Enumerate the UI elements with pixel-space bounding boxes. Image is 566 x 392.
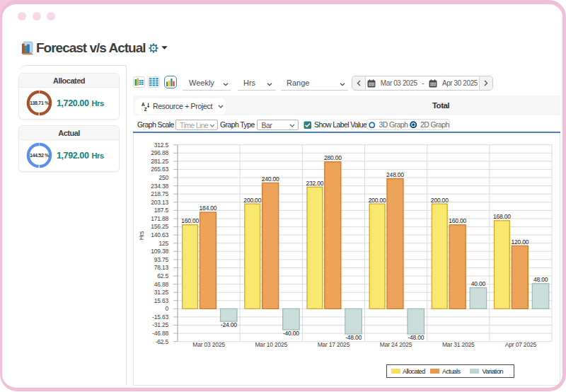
svg-text:Mar 31 2025: Mar 31 2025 xyxy=(442,341,475,348)
svg-text:-48.00: -48.00 xyxy=(345,334,362,341)
svg-text:-48.00: -48.00 xyxy=(408,334,424,341)
svg-text:218.75: 218.75 xyxy=(151,190,168,197)
svg-text:240.00: 240.00 xyxy=(262,175,279,183)
svg-text:15.63: 15.63 xyxy=(154,297,169,304)
svg-text:160.00: 160.00 xyxy=(449,217,466,224)
svg-text:120.00: 120.00 xyxy=(511,238,529,246)
svg-text:40.00: 40.00 xyxy=(471,280,486,287)
svg-text:62.5: 62.5 xyxy=(157,272,168,279)
svg-text:-62.5: -62.5 xyxy=(156,338,169,345)
svg-text:171.88: 171.88 xyxy=(151,215,168,222)
svg-text:296.88: 296.88 xyxy=(151,149,168,156)
svg-text:93.75: 93.75 xyxy=(154,256,169,263)
svg-text:Apr 07 2025: Apr 07 2025 xyxy=(505,341,537,348)
svg-text:234.38: 234.38 xyxy=(151,183,168,190)
svg-text:200.00: 200.00 xyxy=(369,197,386,204)
svg-text:0: 0 xyxy=(165,305,168,312)
svg-text:265.63: 265.63 xyxy=(151,166,168,173)
svg-text:281.25: 281.25 xyxy=(151,158,168,165)
svg-text:Mar 24 2025: Mar 24 2025 xyxy=(380,341,412,348)
svg-text:31.25: 31.25 xyxy=(154,289,169,296)
svg-text:Mar 10 2025: Mar 10 2025 xyxy=(255,341,287,348)
svg-text:168.00: 168.00 xyxy=(493,213,511,220)
svg-text:-15.63: -15.63 xyxy=(152,313,168,321)
svg-text:312.5: 312.5 xyxy=(154,142,169,149)
svg-text:Mar 03 2025: Mar 03 2025 xyxy=(192,341,225,348)
svg-text:200.00: 200.00 xyxy=(243,197,261,204)
svg-text:48.00: 48.00 xyxy=(533,276,548,283)
svg-text:200.00: 200.00 xyxy=(431,197,449,204)
svg-text:-31.25: -31.25 xyxy=(152,321,168,328)
svg-text:Hrs: Hrs xyxy=(138,231,145,241)
svg-text:-24.00: -24.00 xyxy=(221,321,237,328)
svg-text:109.38: 109.38 xyxy=(151,248,168,255)
svg-text:140.63: 140.63 xyxy=(151,231,168,238)
svg-text:184.00: 184.00 xyxy=(200,204,217,212)
svg-text:203.13: 203.13 xyxy=(151,199,168,206)
svg-text:160.00: 160.00 xyxy=(181,217,199,224)
svg-text:187.5: 187.5 xyxy=(154,207,169,214)
svg-text:248.00: 248.00 xyxy=(386,171,404,178)
svg-text:156.25: 156.25 xyxy=(151,223,168,230)
svg-text:250: 250 xyxy=(158,174,168,181)
svg-text:Mar 17 2025: Mar 17 2025 xyxy=(318,341,350,348)
svg-text:-40.00: -40.00 xyxy=(283,330,299,337)
svg-text:125: 125 xyxy=(158,240,168,247)
svg-text:232.00: 232.00 xyxy=(306,180,324,187)
svg-text:280.00: 280.00 xyxy=(324,154,342,161)
svg-text:Z: Z xyxy=(144,106,147,110)
svg-text:-46.88: -46.88 xyxy=(152,330,168,337)
svg-text:46.88: 46.88 xyxy=(154,281,169,288)
svg-text:78.13: 78.13 xyxy=(154,264,169,271)
